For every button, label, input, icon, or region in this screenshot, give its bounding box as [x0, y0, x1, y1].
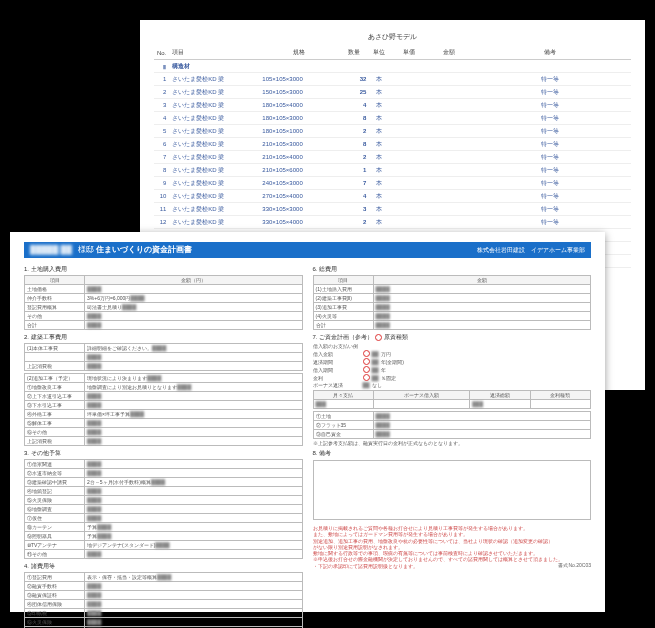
col-unit: 単位 — [369, 46, 389, 60]
table-row: (1)本体工事費詳細明細をご確認ください。████ — [25, 344, 303, 353]
table-row: ②融資手数料████ — [25, 582, 303, 591]
circle-icon — [363, 350, 370, 357]
col-amount: 金額 — [429, 46, 469, 60]
s4-title: 4. 諸費用等 — [24, 562, 303, 571]
title-bar: █████ ██ 様邸 住まいづくりの資金計画書 株式会社岩田建設 イデアホーム… — [24, 242, 591, 258]
col-spec: 規格 — [259, 46, 339, 60]
table-row: ⑥地盤調査████ — [25, 505, 303, 514]
back-title: あさひ野モデル — [154, 32, 631, 42]
s4-table: ①登記費用表示・保存・抵当・設定等概算████②融資手数料████③融資保証料█… — [24, 572, 303, 628]
circle-icon — [363, 374, 370, 381]
circle-icon — [363, 366, 370, 373]
loan-line: 借入金額██万円 — [313, 350, 592, 357]
table-row: ①登記費用表示・保存・抵当・設定等概算████ — [25, 573, 303, 582]
s7-title: 7. ご資金計画（参考） 原資種類 — [313, 333, 592, 342]
table-row: 上記消費税████ — [25, 362, 303, 371]
table-row: ②水道市納金等████ — [25, 469, 303, 478]
left-column: 1. 土地購入費用 項目金額（円） 土地価格████仲介手数料3%+6万円=6,… — [24, 262, 303, 628]
col-item: 項目 — [169, 46, 259, 60]
right-column: 6. 総費用 項目金額 (1)土地購入費用████(2)建築工事費(Ⅱ)████… — [313, 262, 592, 628]
table-row: (4)火災等████ — [313, 312, 591, 321]
table-row: 5さいたま愛桧KD 梁180×105×10002本特一等 — [154, 125, 631, 138]
s2-title: 2. 建築工事費用 — [24, 333, 303, 342]
fine-print-line: ・下記の承認印にて諸費用説明扱となります。 — [313, 564, 592, 570]
table-row: 10さいたま愛桧KD 梁270×105×40004本特一等 — [154, 190, 631, 203]
fine-print-line: 別途追加、追加工事の費用、地盤改良や杭の必要性等については、当社より現状の確認（… — [313, 539, 592, 545]
table-row: ⑤解体工事████ — [25, 419, 303, 428]
table-row: 12さいたま愛桧KD 梁330×105×40002本特一等 — [154, 216, 631, 229]
table-row: ⑧カーテン予算████ — [25, 523, 303, 532]
table-row: 6さいたま愛桧KD 梁210×105×30008本特一等 — [154, 138, 631, 151]
table-row: ④団体信用保険████ — [25, 600, 303, 609]
loan-line: ボーナス返済██なし — [313, 382, 592, 388]
s7-plan: ①土地████②フラット35████③自己資金████ — [313, 411, 592, 439]
loan-line: 借入期間██年 — [313, 366, 592, 373]
table-row: ⑤火災保険████ — [25, 496, 303, 505]
funding-plan-sheet: █████ ██ 様邸 住まいづくりの資金計画書 株式会社岩田建設 イデアホーム… — [10, 232, 605, 612]
table-row: その他████ — [25, 312, 303, 321]
loan-line: 返済期間██年(全期間) — [313, 358, 592, 365]
table-row: ③融資保証料████ — [25, 591, 303, 600]
table-row: ④外構工事坪単価×坪工事予算████ — [25, 410, 303, 419]
table-row: ④地鎮登記████ — [25, 487, 303, 496]
table-row: ⑦仮住████ — [25, 514, 303, 523]
table-row: 土地価格████ — [25, 285, 303, 294]
doc-title: 住まいづくりの資金計画書 — [96, 242, 192, 258]
s2-table: (1)本体工事費詳細明細をご確認ください。████████上記消費税████ — [24, 343, 303, 371]
table-row: 2さいたま愛桧KD 梁150×105×300025本特一等 — [154, 86, 631, 99]
fine-print-line: ※申込後お打合せの際金融機関が決定しておりませんので、すべての諸費用関しては概算… — [313, 557, 592, 563]
s6-title: 6. 総費用 — [313, 265, 592, 274]
table-row: (1)土地購入費用████ — [313, 285, 591, 294]
table-row: 7さいたま愛桧KD 梁210×105×40002本特一等 — [154, 151, 631, 164]
table-row: 合計████ — [313, 321, 591, 330]
table-row: ⑪その他████ — [25, 550, 303, 559]
circle-icon — [363, 358, 370, 365]
s7-footnote: ※上記参考支払額は、融資実行日の金利が正式なものとなります。 — [313, 441, 592, 446]
table-row: 3さいたま愛桧KD 梁180×105×40004本特一等 — [154, 99, 631, 112]
company-name: 株式会社岩田建設 イデアホーム事業部 — [477, 242, 585, 258]
s6-table: 項目金額 (1)土地購入費用████(2)建築工事費(Ⅱ)████(3)追加工事… — [313, 275, 592, 330]
circle-icon — [375, 334, 382, 341]
table-row: ①土地████ — [313, 412, 591, 421]
table-row: ②フラット35████ — [313, 421, 591, 430]
document-number: 書式No.20C03 — [558, 562, 591, 568]
table-row: ████ — [25, 353, 303, 362]
table-row: 11さいたま愛桧KD 梁330×105×30003本特一等 — [154, 203, 631, 216]
table-row: 9さいたま愛桧KD 梁240×105×30007本特一等 — [154, 177, 631, 190]
s3-title: 3. その他予算 — [24, 449, 303, 458]
table-row: ⑤印紙税████ — [25, 609, 303, 618]
table-row: ①地盤改良工事地盤調査により別途お見積りとなります████ — [25, 383, 303, 392]
table-row: ②上下水道引込工事████ — [25, 392, 303, 401]
table-row: 4さいたま愛桧KD 梁180×105×30008本特一等 — [154, 112, 631, 125]
loan-line: 金利██％固定 — [313, 374, 592, 381]
table-row: ⑩TVアンテナ地デジアンテナ(スタンダード)████ — [25, 541, 303, 550]
col-no: No. — [154, 46, 169, 60]
table-row: 仲介手数料3%+6万円=6,000円████ — [25, 294, 303, 303]
table-row: (2)追加工事（予定）現地状況により決まります████ — [25, 374, 303, 383]
s7-sub: 月々支払 ボーナス借入額 返済総額 金利種類 ██████ — [313, 390, 592, 409]
table-row: ③建築確認中請費2台～5ヶ月(水付手数料)概算████ — [25, 478, 303, 487]
table-row: ⑥火災保険████ — [25, 618, 303, 627]
s7-note: 借入額のお支払い例 — [313, 343, 592, 349]
table-row: ⑥その他████ — [25, 428, 303, 437]
col-qty: 数量 — [339, 46, 369, 60]
table-row: 合計████ — [25, 321, 303, 330]
col-price: 単価 — [389, 46, 429, 60]
table-row: (2)建築工事費(Ⅱ)████ — [313, 294, 591, 303]
s3-table: ①借家関連████②水道市納金等████③建築確認中請費2台～5ヶ月(水付手数料… — [24, 459, 303, 559]
s1-table: 項目金額（円） 土地価格████仲介手数料3%+6万円=6,000円████登記… — [24, 275, 303, 330]
table-row: ③自己資金████ — [313, 430, 591, 439]
table-row: 8さいたま愛桧KD 梁210×105×60001本特一等 — [154, 164, 631, 177]
table-row: ③下水引込工事████ — [25, 401, 303, 410]
s8-title: 8. 備考 — [313, 449, 592, 458]
table-row: 登記費用概算司法書士見積り████ — [25, 303, 303, 312]
customer-name-redacted: █████ ██ — [30, 242, 72, 258]
table-row: 上記消費税████ — [25, 437, 303, 446]
table-row: ⑨照明器具予算████ — [25, 532, 303, 541]
fine-print: お見積りに掲載されるご質問や各種お打合せにより見積り工事費等が発生する場合があり… — [313, 526, 592, 570]
s2b-table: (2)追加工事（予定）現地状況により決まります████①地盤改良工事地盤調査によ… — [24, 373, 303, 446]
notes-box — [313, 460, 592, 520]
table-row: (3)追加工事費████ — [313, 303, 591, 312]
col-note: 備考 — [469, 46, 631, 60]
s1-title: 1. 土地購入費用 — [24, 265, 303, 274]
